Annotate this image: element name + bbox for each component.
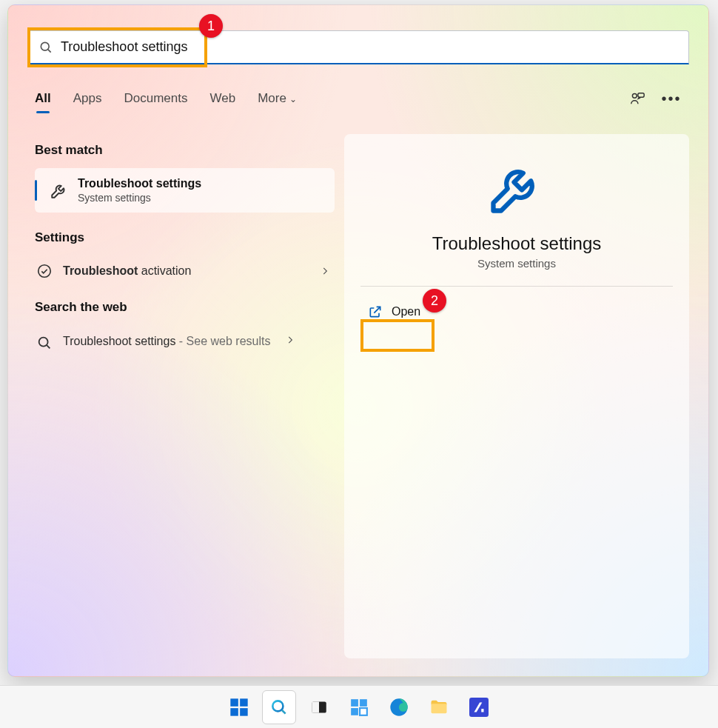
taskbar-app-button[interactable] (462, 690, 496, 724)
tabs-right-actions: ••• (614, 88, 682, 109)
wrench-icon (50, 181, 69, 200)
svg-rect-10 (240, 708, 248, 716)
tab-all[interactable]: All (35, 91, 51, 106)
taskbar-widgets-button[interactable] (342, 690, 376, 724)
search-query-text: Troubleshoot settings (61, 39, 678, 55)
svg-point-2 (632, 93, 637, 98)
svg-point-11 (272, 701, 283, 711)
search-icon (38, 40, 53, 55)
preview-divider (360, 286, 673, 287)
open-button[interactable]: Open (362, 298, 431, 325)
svg-rect-18 (360, 708, 367, 715)
svg-rect-16 (360, 699, 367, 707)
best-match-text: Troubleshoot settings System settings (78, 177, 201, 204)
annotation-badge-2: 2 (423, 289, 446, 313)
svg-rect-22 (481, 709, 483, 712)
svg-rect-17 (351, 708, 358, 715)
taskbar-taskview-button[interactable] (302, 690, 336, 724)
tab-apps[interactable]: Apps (73, 91, 102, 106)
annotation-badge-1: 1 (199, 14, 223, 38)
open-button-label: Open (392, 305, 420, 318)
settings-result-label: Troubleshoot activation (63, 264, 320, 278)
search-icon (36, 335, 53, 351)
svg-point-5 (39, 338, 48, 347)
svg-rect-3 (638, 93, 644, 98)
svg-rect-9 (230, 708, 238, 716)
tab-more[interactable]: More⌄ (258, 91, 297, 106)
svg-rect-20 (432, 704, 447, 713)
chevron-right-icon (285, 335, 295, 345)
filter-tabs: All Apps Documents Web More⌄ ••• (35, 88, 682, 109)
taskbar-search-button[interactable] (262, 690, 296, 724)
tab-more-label: More (258, 91, 286, 105)
svg-point-0 (41, 42, 49, 50)
web-result-item[interactable]: Troubleshoot settings - See web results (35, 325, 335, 358)
best-match-subtitle: System settings (78, 192, 201, 204)
best-match-title: Troubleshoot settings (78, 177, 201, 190)
more-options-button[interactable]: ••• (661, 88, 682, 109)
svg-point-4 (38, 265, 51, 278)
chevron-right-icon (320, 266, 330, 276)
feedback-button[interactable] (627, 88, 648, 109)
svg-rect-8 (240, 698, 248, 707)
checkmark-circle-icon (36, 263, 53, 279)
start-search-panel: Troubleshoot settings 1 All Apps Documen… (7, 4, 709, 677)
search-bar-wrap: Troubleshoot settings (27, 30, 689, 64)
settings-result-troubleshoot-activation[interactable]: Troubleshoot activation (35, 256, 335, 287)
web-result-label: Troubleshoot settings - See web results (63, 333, 285, 350)
svg-rect-14 (312, 701, 319, 712)
svg-line-1 (48, 49, 51, 52)
taskbar-start-button[interactable] (222, 690, 256, 724)
tab-web[interactable]: Web (209, 91, 235, 106)
results-column: Best match Troubleshoot settings System … (35, 143, 335, 358)
svg-line-6 (47, 345, 50, 348)
taskbar-explorer-button[interactable] (422, 690, 456, 724)
settings-heading: Settings (35, 230, 335, 245)
tab-documents[interactable]: Documents (124, 91, 187, 106)
svg-rect-15 (351, 699, 358, 707)
preview-panel: Troubleshoot settings System settings Op… (344, 134, 689, 658)
chevron-down-icon: ⌄ (289, 94, 297, 104)
search-input[interactable]: Troubleshoot settings (27, 30, 689, 64)
best-match-heading: Best match (35, 143, 335, 158)
search-web-heading: Search the web (35, 300, 335, 315)
taskbar-edge-button[interactable] (382, 690, 416, 724)
preview-title: Troubleshoot settings (344, 233, 689, 254)
best-match-item[interactable]: Troubleshoot settings System settings (35, 168, 335, 213)
open-external-icon (368, 304, 383, 319)
preview-icon-wrap (344, 156, 689, 218)
preview-subtitle: System settings (344, 257, 689, 270)
taskbar (0, 685, 718, 728)
wrench-icon (486, 156, 548, 218)
svg-line-12 (282, 709, 286, 713)
svg-rect-7 (230, 698, 238, 707)
